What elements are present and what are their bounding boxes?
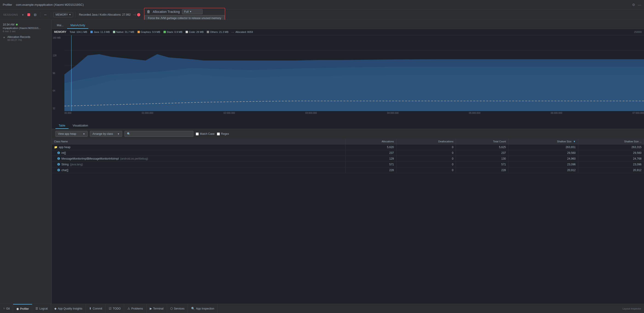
- add-session-button[interactable]: +: [21, 12, 25, 17]
- chart-body: 160 MB 128 96 64 32: [52, 35, 644, 111]
- table-row[interactable]: 📁 app heap 5,62005,625263,651263,315: [52, 144, 644, 150]
- legend-others: Others: 21.3 MB: [207, 30, 228, 33]
- x-axis: 00.000 01:000.000 02:000.000 03:000.000 …: [52, 111, 644, 116]
- match-case-input[interactable]: [196, 132, 199, 136]
- stack-dot: [164, 31, 166, 33]
- legend-native-text: Native: 31.7 MB: [116, 30, 134, 33]
- y-axis: 160 MB 128 96 64 32: [52, 35, 64, 111]
- todo-icon: ☑: [109, 307, 112, 310]
- shallow-size-cell: 29,560: [508, 150, 578, 156]
- chart-header: MEMORY Total: 104.1 MB Java: 11.3 MB Nat…: [52, 29, 644, 35]
- table-row[interactable]: 🅒 String (java.lang) 571057123,09623,096: [52, 162, 644, 168]
- col-allocations[interactable]: Allocations: [346, 139, 396, 144]
- class-icon: 🅒: [57, 151, 60, 154]
- legend-code-text: Code: 29 MB: [189, 30, 204, 33]
- allocation-mode-value: Full: [184, 10, 188, 13]
- table-row[interactable]: 🅒 MessageMonitorImpl$MessageMonitorInfoI…: [52, 156, 644, 162]
- allocations-cell: 5,620: [346, 144, 396, 150]
- col-class-name[interactable]: Class Name: [52, 139, 346, 144]
- y-128: 128: [53, 54, 64, 57]
- legend-allocated-text: Allocated: 8059: [236, 30, 253, 33]
- col-total-count[interactable]: Total Count: [456, 139, 508, 144]
- minimize-icon[interactable]: —: [638, 3, 641, 7]
- legend-native: Native: 31.7 MB: [113, 30, 134, 33]
- toolbar-separator-1: [40, 12, 40, 18]
- shallow-size-retained-cell: 263,315: [578, 144, 644, 150]
- status-logcat-label: Logcat: [39, 307, 48, 310]
- col-deallocations[interactable]: Deallocations: [396, 139, 456, 144]
- col-shallow-size[interactable]: Shallow Size ▼: [508, 139, 578, 144]
- memory-dropdown[interactable]: MEMORY ▼: [53, 12, 73, 17]
- row-pkg: (android.os.perfdebug): [120, 157, 148, 160]
- status-commit[interactable]: ⬆ Commit: [86, 304, 106, 313]
- table-row[interactable]: 🅒 char[] 228022820,91220,912: [52, 168, 644, 173]
- profiler-title: Profiler: [3, 3, 12, 6]
- tab-main[interactable]: Mai...: [54, 22, 67, 29]
- legend-graphics: Graphics: 9.9 MB: [138, 30, 160, 33]
- regex-input[interactable]: [217, 132, 220, 136]
- toolbar-separator-2: [51, 12, 51, 18]
- allocation-mode-chevron: ▼: [190, 10, 192, 13]
- chart-svg: [64, 35, 644, 111]
- allocation-records-item[interactable]: ✦ Allocation Records 00:00:27.791: [0, 34, 52, 43]
- status-todo-label: TODO: [113, 307, 120, 310]
- allocation-top-row: 🗑 Allocation Tracking Full ▼: [144, 8, 225, 15]
- status-profiler[interactable]: ◉ Profiler: [13, 304, 32, 313]
- trash-icon[interactable]: 🗑: [147, 10, 150, 14]
- row-name: String: [62, 163, 68, 166]
- center-panel: Mai... MainActivity MEMORY Total: 104.1 …: [52, 20, 644, 304]
- match-case-checkbox[interactable]: Match Case: [196, 132, 214, 136]
- graphics-dot: [138, 31, 140, 33]
- arrange-by-label: Arrange by class: [92, 132, 113, 136]
- deallocations-cell: 0: [396, 150, 456, 156]
- legend-java-text: Java: 11.3 MB: [94, 30, 110, 33]
- logcat-icon: ☰: [36, 307, 38, 310]
- status-right[interactable]: Layout Inspector: [620, 307, 644, 310]
- status-git[interactable]: ⑂ Git: [0, 304, 13, 313]
- status-app-inspection[interactable]: 🔍 App Inspection: [188, 304, 218, 313]
- search-icon: 🔍: [127, 132, 130, 136]
- settings-icon[interactable]: ⚙: [632, 3, 635, 7]
- status-app-quality[interactable]: ◆ App Quality Insights: [51, 304, 86, 313]
- shallow-size-retained-cell: 23,096: [578, 162, 644, 168]
- search-input[interactable]: [132, 132, 191, 136]
- status-logcat[interactable]: ☰ Logcat: [32, 304, 51, 313]
- timeline-bar-icon: ⊣: [133, 13, 136, 16]
- allocation-mode-select[interactable]: Full ▼: [182, 9, 203, 14]
- x-4: 04:000.000: [387, 112, 398, 116]
- legend-total-label: Total: 104.1 MB: [70, 30, 87, 33]
- legend-total: Total: 104.1 MB: [70, 30, 87, 33]
- stop-session-button[interactable]: [26, 13, 31, 17]
- status-services[interactable]: ⬡ Services: [167, 304, 188, 313]
- col-shallow-size-retained[interactable]: Shallow Size ...: [578, 139, 644, 144]
- allocated-dash: - -: [232, 30, 234, 33]
- arrange-by-dropdown[interactable]: Arrange by class ▼: [90, 131, 122, 137]
- regex-checkbox[interactable]: Regex: [217, 132, 229, 136]
- tab-main-activity[interactable]: MainActivity: [67, 22, 88, 29]
- status-problems-label: Problems: [131, 307, 143, 310]
- back-button[interactable]: ←: [42, 12, 48, 18]
- legend-stack-text: Stack: 0.9 MB: [167, 30, 182, 33]
- status-problems[interactable]: ⚠ Problems: [124, 304, 146, 313]
- profiler-icon: ◉: [16, 307, 19, 310]
- row-name: char[]: [62, 168, 68, 172]
- allocations-cell: 228: [346, 168, 396, 173]
- svg-marker-7: [64, 54, 644, 111]
- app-inspection-icon: 🔍: [191, 307, 195, 310]
- status-todo[interactable]: ☑ TODO: [106, 304, 124, 313]
- tab-visualization[interactable]: Visualization: [70, 123, 91, 129]
- view-heap-dropdown[interactable]: View app heap ▼: [56, 131, 88, 137]
- record-info: Allocation Records 00:00:27.791: [7, 36, 30, 42]
- status-terminal[interactable]: ▶ Terminal: [146, 304, 167, 313]
- search-box[interactable]: 🔍: [124, 131, 194, 137]
- problems-icon: ⚠: [128, 307, 130, 310]
- split-button[interactable]: ⊟: [33, 12, 38, 17]
- table-row[interactable]: 🅒 int[] 237023729,56029,560: [52, 150, 644, 156]
- tab-table[interactable]: Table: [56, 123, 68, 129]
- deallocations-cell: 0: [396, 144, 456, 150]
- app-quality-icon: ◆: [54, 307, 56, 310]
- record-stop-dot: [137, 13, 140, 16]
- class-name-cell: 🅒 String (java.lang): [52, 162, 346, 168]
- status-commit-label: Commit: [93, 307, 102, 310]
- native-dot: [113, 31, 115, 33]
